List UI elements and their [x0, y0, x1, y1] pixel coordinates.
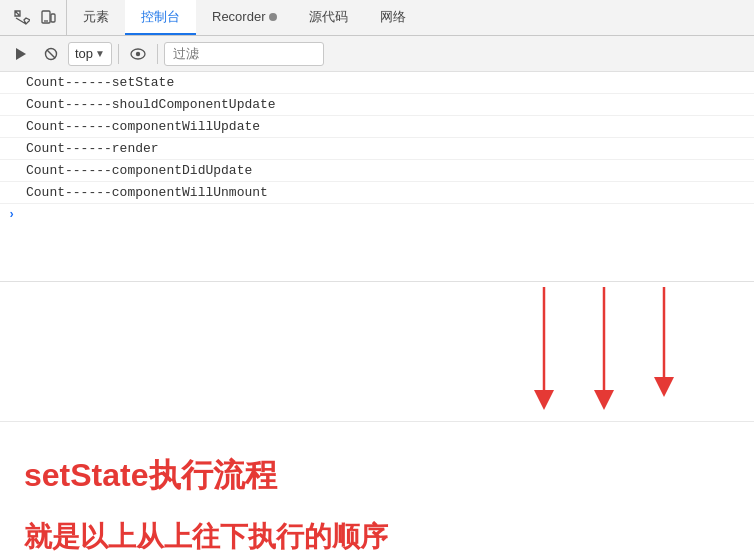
prompt-icon: › — [8, 208, 20, 222]
context-selector[interactable]: top ▼ — [68, 42, 112, 66]
eye-button[interactable] — [125, 41, 151, 67]
bottom-annotation: setState执行流程 就是以上从上往下执行的顺序 — [0, 422, 754, 552]
tab-bar: 元素 控制台 Recorder 源代码 网络 — [0, 0, 754, 36]
console-text: Count------componentWillUnmount — [26, 185, 268, 200]
annotation-title: setState执行流程 — [24, 454, 730, 498]
arrow-annotation-area — [0, 282, 754, 422]
console-line: Count------componentWillUpdate — [0, 116, 754, 138]
block-button[interactable] — [38, 41, 64, 67]
toolbar-divider — [118, 44, 119, 64]
tab-console[interactable]: 控制台 — [125, 0, 196, 35]
console-toolbar: top ▼ — [0, 36, 754, 72]
console-text: Count------componentDidUpdate — [26, 163, 252, 178]
tab-list: 元素 控制台 Recorder 源代码 网络 — [67, 0, 750, 35]
play-button[interactable] — [8, 41, 34, 67]
console-line: Count------shouldComponentUpdate — [0, 94, 754, 116]
tab-recorder[interactable]: Recorder — [196, 0, 293, 35]
console-line: Count------setState — [0, 72, 754, 94]
chevron-down-icon: ▼ — [95, 48, 105, 59]
inspector-icon[interactable] — [12, 8, 32, 28]
console-line: Count------componentDidUpdate — [0, 160, 754, 182]
recorder-dot-icon — [269, 13, 277, 21]
tab-sources[interactable]: 源代码 — [293, 0, 364, 35]
toolbar-divider-2 — [157, 44, 158, 64]
svg-rect-1 — [51, 14, 55, 22]
console-prompt-line: › — [0, 204, 754, 226]
svg-line-5 — [47, 50, 55, 58]
console-line: Count------render — [0, 138, 754, 160]
context-label: top — [75, 46, 93, 61]
svg-marker-3 — [16, 48, 26, 60]
device-icon[interactable] — [38, 8, 58, 28]
console-text: Count------shouldComponentUpdate — [26, 97, 276, 112]
annotation-subtitle: 就是以上从上往下执行的顺序 — [24, 518, 730, 552]
console-text: Count------render — [26, 141, 159, 156]
svg-point-7 — [136, 51, 140, 55]
arrows-svg — [494, 282, 714, 422]
console-text: Count------setState — [26, 75, 174, 90]
tab-network[interactable]: 网络 — [364, 0, 422, 35]
console-line: Count------componentWillUnmount — [0, 182, 754, 204]
filter-input[interactable] — [164, 42, 324, 66]
devtools-icons — [4, 0, 67, 35]
tab-elements[interactable]: 元素 — [67, 0, 125, 35]
console-text: Count------componentWillUpdate — [26, 119, 260, 134]
console-output: Count------setState Count------shouldCom… — [0, 72, 754, 282]
